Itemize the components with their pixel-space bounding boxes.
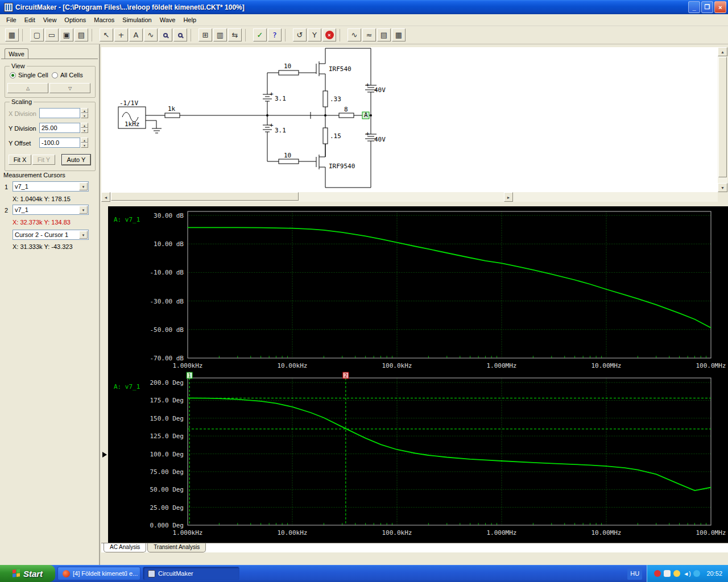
update-icon[interactable]: [673, 570, 680, 577]
volume-icon[interactable]: ◄): [683, 571, 690, 577]
fit-x-button[interactable]: Fit X: [9, 155, 31, 165]
close-button[interactable]: ×: [714, 1, 726, 13]
new-window-button[interactable]: ▥: [213, 28, 227, 41]
scroll-left-arrow[interactable]: ◄: [101, 192, 110, 202]
scroll-up-arrow[interactable]: ▲: [718, 47, 727, 56]
single-cell-radio[interactable]: Single Cell: [10, 72, 48, 78]
chip-tool-button[interactable]: ▦: [5, 28, 19, 41]
minimize-button[interactable]: _: [688, 1, 700, 13]
menu-view[interactable]: View: [39, 15, 61, 24]
schematic-label: .15: [330, 132, 341, 140]
help-button[interactable]: ?: [268, 28, 282, 41]
waveform-window-2-button[interactable]: ≈: [362, 28, 376, 41]
scroll-up-button[interactable]: △: [7, 83, 48, 93]
zoom-wave-tool-button[interactable]: [159, 28, 172, 41]
resistor-8[interactable]: [339, 113, 354, 118]
menu-help[interactable]: Help: [179, 15, 200, 24]
security-alert-icon[interactable]: [654, 570, 661, 577]
scroll-down-arrow[interactable]: ▼: [718, 183, 727, 192]
reset-simulation-button[interactable]: ↺: [293, 28, 307, 41]
menu-simulation[interactable]: Simulation: [118, 15, 155, 24]
windows-logo-icon: [13, 569, 20, 577]
y-offset-spinner[interactable]: ▲▼: [81, 138, 88, 148]
network-icon[interactable]: [693, 570, 700, 577]
print-button[interactable]: ▤: [75, 28, 88, 41]
zoom-tool-icon: [178, 33, 183, 38]
y-division-input[interactable]: [39, 123, 80, 133]
open-file-button[interactable]: ▭: [45, 28, 59, 41]
chevron-down-icon[interactable]: ▼: [79, 206, 88, 214]
waveform-window-1-button[interactable]: ∿: [348, 28, 361, 41]
view-group-label: View: [10, 63, 27, 69]
circuit-vertical-scrollbar[interactable]: ▲ ▼: [718, 47, 727, 192]
x-division-spinner[interactable]: ▲▼: [81, 108, 88, 118]
add-part-tool-button[interactable]: +: [114, 28, 128, 41]
y-division-spinner[interactable]: ▲▼: [81, 123, 88, 133]
plots-canvas[interactable]: 30.00 dB10.00 dB-10.00 dB-30.00 dB-50.00…: [108, 206, 728, 543]
start-button[interactable]: Start: [0, 565, 55, 582]
tab-ac-analysis[interactable]: AC Analysis: [104, 543, 146, 552]
toolbar: ▦▢▭▣▤↖+A∿⊞▥⇆✓?↺Y×∿≈▤▦: [0, 26, 728, 44]
waveform-window-4-button[interactable]: ▦: [392, 28, 406, 41]
auto-y-button[interactable]: Auto Y: [62, 155, 90, 165]
fit-y-button[interactable]: Fit Y: [32, 155, 55, 165]
radio-icon: [52, 72, 58, 78]
resistor-0.15[interactable]: [323, 128, 328, 144]
all-cells-radio[interactable]: All Cells: [52, 72, 83, 78]
scrollbar-thumb[interactable]: [718, 57, 727, 177]
toolbar-separator: [191, 29, 196, 41]
scrollbar-thumb[interactable]: [111, 192, 299, 201]
waveform-window-3-button[interactable]: ▤: [377, 28, 391, 41]
y-offset-input[interactable]: [39, 138, 80, 148]
taskbar-item-browser[interactable]: [4] Földelt kimenetű e...: [57, 567, 140, 580]
schematic-canvas[interactable]: -1/1V1kHz1k+3.1+3.110IRF540.338.15IRF954…: [101, 47, 718, 192]
cursor-diff-select[interactable]: Cursor 2 - Cursor 1 ▼: [13, 230, 89, 240]
cursor2-signal-select[interactable]: v7_1 ▼: [13, 205, 89, 215]
chevron-down-icon[interactable]: ▼: [79, 231, 88, 239]
zoom-area-button[interactable]: ⊞: [198, 28, 212, 41]
scroll-down-button[interactable]: ▽: [49, 83, 90, 93]
splitter-collapse-icon[interactable]: [102, 452, 107, 458]
scrollbar-corner: [718, 192, 727, 202]
resistor-10-top[interactable]: [279, 70, 299, 75]
chip-tool-icon: ▦: [9, 31, 15, 39]
menu-macros[interactable]: Macros: [90, 15, 118, 24]
svg-text:10.00MHz: 10.00MHz: [592, 529, 622, 537]
menu-wave[interactable]: Wave: [156, 15, 180, 24]
tray-app-icon[interactable]: [664, 570, 671, 577]
save-file-button[interactable]: ▣: [60, 28, 73, 41]
scroll-right-arrow[interactable]: ►: [504, 192, 513, 202]
language-indicator[interactable]: HU: [627, 567, 642, 580]
run-simulation-button[interactable]: ✓: [253, 28, 267, 41]
menu-edit[interactable]: Edit: [20, 15, 39, 24]
zoom-tool-button[interactable]: [173, 28, 187, 41]
taskbar-item-circuitmaker[interactable]: CircuitMaker: [143, 567, 239, 580]
svg-text:10.00MHz: 10.00MHz: [592, 362, 622, 369]
restore-button[interactable]: ❐: [701, 1, 713, 13]
tab-transient-analysis[interactable]: Transient Analysis: [147, 543, 206, 552]
tile-windows-icon: ⇆: [232, 31, 238, 39]
wire-tool-button[interactable]: ∿: [144, 28, 158, 41]
select-arrow-tool-button[interactable]: ↖: [100, 28, 113, 41]
waveform-window-4-icon: ▦: [395, 31, 402, 39]
run-simulation-icon: ✓: [257, 31, 263, 39]
menu-file[interactable]: File: [2, 15, 20, 24]
waveform-window-2-icon: ≈: [366, 31, 373, 39]
stop-simulation-button[interactable]: ×: [322, 28, 336, 41]
x-division-input[interactable]: [39, 108, 80, 118]
circuit-horizontal-scrollbar[interactable]: ◄ ►: [101, 192, 727, 202]
menu-options[interactable]: Options: [60, 15, 90, 24]
tile-windows-button[interactable]: ⇆: [228, 28, 242, 41]
chevron-down-icon[interactable]: ▼: [79, 182, 88, 190]
svg-text:75.00 Deg: 75.00 Deg: [150, 468, 184, 476]
resistor-1k[interactable]: [165, 113, 180, 118]
new-document-button[interactable]: ▢: [30, 28, 44, 41]
resistor-0.33[interactable]: [323, 91, 328, 107]
resistor-10-bottom[interactable]: [279, 159, 299, 164]
task-label: CircuitMaker: [158, 570, 193, 577]
cursor1-signal-select[interactable]: v7_1 ▼: [13, 181, 89, 192]
text-tool-button[interactable]: A: [129, 28, 143, 41]
probe-tool-button[interactable]: Y: [308, 28, 321, 41]
wave-tab[interactable]: Wave: [5, 48, 28, 59]
svg-text:1.000kHz: 1.000kHz: [173, 529, 203, 537]
